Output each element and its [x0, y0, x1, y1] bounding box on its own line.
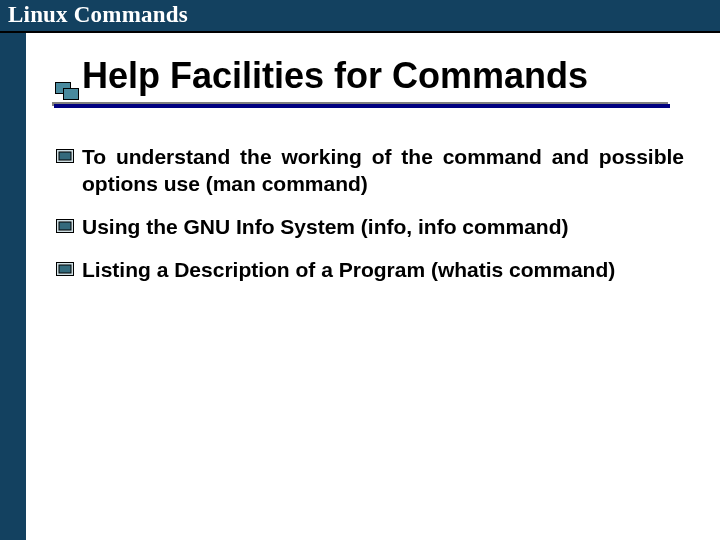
svg-rect-5	[59, 265, 71, 273]
bullet-icon	[56, 262, 76, 278]
header-band: Linux Commands	[0, 0, 720, 33]
bullet-icon	[56, 219, 76, 235]
list-item-text: Using the GNU Info System (info, info co…	[82, 214, 684, 241]
svg-rect-3	[59, 222, 71, 230]
list-item: Using the GNU Info System (info, info co…	[56, 214, 684, 241]
slide-title: Help Facilities for Commands	[82, 56, 688, 96]
list-item: To understand the working of the command…	[56, 144, 684, 198]
title-block: Help Facilities for Commands	[52, 56, 688, 108]
list-item-text: To understand the working of the command…	[82, 144, 684, 198]
title-underline	[54, 104, 670, 108]
left-sidebar-bar	[0, 33, 26, 540]
list-item-text: Listing a Description of a Program (what…	[82, 257, 684, 284]
bullet-list: To understand the working of the command…	[56, 144, 684, 300]
slide: Linux Commands Help Facilities for Comma…	[0, 0, 720, 540]
squares-decor-icon	[55, 82, 80, 102]
header-label: Linux Commands	[8, 2, 188, 28]
list-item: Listing a Description of a Program (what…	[56, 257, 684, 284]
bullet-icon	[56, 149, 76, 165]
svg-rect-1	[59, 152, 71, 160]
